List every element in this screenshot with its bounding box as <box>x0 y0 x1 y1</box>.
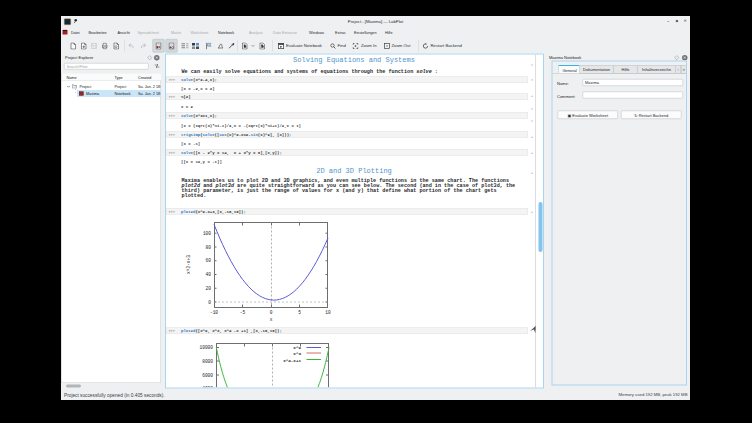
svg-text:x: x <box>270 317 273 322</box>
svg-text:0: 0 <box>208 300 211 305</box>
svg-text:5: 5 <box>298 310 301 315</box>
svg-text:4000: 4000 <box>202 386 213 388</box>
svg-text:10000: 10000 <box>199 345 213 350</box>
svg-text:8000: 8000 <box>202 359 213 364</box>
svg-text:20: 20 <box>206 286 212 291</box>
svg-text:0: 0 <box>270 310 273 315</box>
svg-text:-10: -10 <box>210 310 218 315</box>
svg-text:80: 80 <box>206 245 212 250</box>
svg-text:x^2: x^2 <box>293 345 301 350</box>
svg-text:x^3: x^3 <box>293 351 301 356</box>
svg-text:x^4-x+1: x^4-x+1 <box>283 358 301 363</box>
svg-text:x^2-x+3: x^2-x+3 <box>186 255 191 274</box>
svg-text:-5: -5 <box>240 310 246 315</box>
svg-text:60: 60 <box>206 258 212 263</box>
svg-text:6000: 6000 <box>202 373 213 378</box>
svg-text:10: 10 <box>325 310 331 315</box>
svg-text:40: 40 <box>206 272 212 277</box>
svg-text:100: 100 <box>203 231 211 236</box>
